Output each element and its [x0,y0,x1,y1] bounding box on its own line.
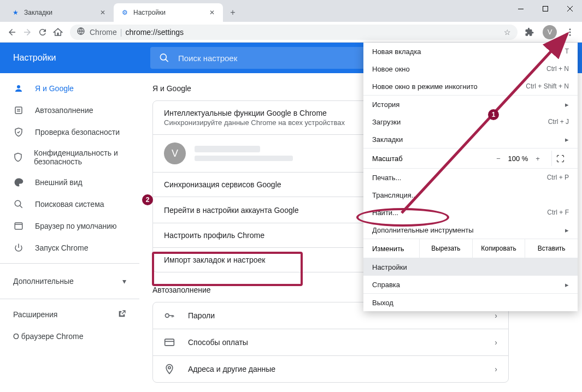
sidebar-item-appearance[interactable]: Внешний вид [0,171,139,193]
person-icon [13,84,24,93]
forward-button[interactable] [20,25,35,40]
menu-help[interactable]: Справка ▸ [363,276,578,293]
menu-downloads[interactable]: Загрузки Ctrl + J [363,113,578,130]
tab-bookmarks[interactable]: ★ Закладки ✕ [4,3,114,22]
menu-copy[interactable]: Копировать [472,239,525,258]
card-autofill: Пароли › Способы оплаты › Адреса и други… [152,302,509,383]
advanced-label: Дополнительные [13,277,74,286]
sidebar-label: Проверка безопасности [35,128,120,136]
tab-settings[interactable]: ⚙ Настройки ✕ [114,3,223,22]
settings-sidebar: Настройки Я и Google Автозаполнение Пров… [0,43,139,392]
svg-rect-0 [518,9,524,9]
reload-button[interactable] [35,25,50,40]
new-tab-button[interactable]: + [225,5,240,20]
external-link-icon [117,310,126,320]
home-button[interactable] [50,25,66,40]
row-text: Пароли [188,311,215,320]
chrome-menu-popup: Новая вкладка T Новое окно Ctrl + N Ново… [363,43,578,311]
svg-rect-1 [543,7,548,11]
settings-favicon-icon: ⚙ [120,8,129,17]
menu-bookmarks[interactable]: Закладки ▸ [363,130,578,148]
menu-new-tab[interactable]: Новая вкладка T [363,43,578,60]
sidebar-item-safety[interactable]: Проверка безопасности [0,121,139,143]
menu-exit[interactable]: Выход [363,294,578,311]
menu-print[interactable]: Печать... Ctrl + P [363,169,578,186]
chevron-right-icon: › [495,338,497,347]
location-icon [164,364,175,375]
maximize-button[interactable] [533,0,557,17]
profile-avatar[interactable]: V [543,25,557,39]
search-icon [13,199,24,209]
back-button[interactable] [4,25,20,40]
zoom-in-button[interactable]: + [530,155,546,163]
zoom-value: 100 % [507,155,530,163]
row-text: Перейти в настройки аккаунта Google [164,206,299,215]
sidebar-item-default-browser[interactable]: Браузер по умолчанию [0,215,139,237]
chevron-right-icon: ▸ [565,135,569,144]
bookmark-favicon-icon: ★ [11,8,20,17]
browser-toolbar: Chrome | chrome://settings ☆ V [0,22,582,43]
sidebar-item-startup[interactable]: Запуск Chrome [0,237,139,259]
chevron-right-icon: ▸ [565,281,569,289]
profile-name-redacted [195,146,260,152]
url-text: chrome://settings [125,28,184,37]
chevron-right-icon: › [495,311,497,320]
svg-point-13 [168,366,171,369]
row-text: Способы оплаты [188,338,248,347]
tab-close-icon[interactable]: ✕ [208,8,216,17]
annotation-badge-1: 1 [488,109,499,120]
fullscreen-button[interactable]: ⛶ [551,151,569,166]
shield-icon [13,152,23,162]
menu-new-window[interactable]: Новое окно Ctrl + N [363,60,578,78]
site-info-icon[interactable] [77,27,85,37]
palette-icon [13,177,24,187]
menu-settings[interactable]: Настройки [363,258,578,276]
sidebar-advanced[interactable]: Дополнительные ▾ [0,268,139,294]
sidebar-label: Запуск Chrome [35,243,88,252]
chrome-menu-button[interactable] [562,25,578,40]
sidebar-item-autofill[interactable]: Автозаполнение [0,99,139,121]
menu-edit-row: Изменить Вырезать Копировать Вставить [363,239,578,258]
sidebar-extensions[interactable]: Расширения [0,304,139,325]
close-button[interactable] [557,0,582,17]
browser-icon [13,221,24,231]
menu-find[interactable]: Найти... Ctrl + F [363,204,578,221]
card-row-payment[interactable]: Способы оплаты › [153,329,508,355]
svg-point-8 [15,200,21,206]
profile-email-redacted [195,156,293,161]
autofill-icon [13,105,24,115]
sidebar-label: Браузер по умолчанию [35,222,117,230]
extensions-icon[interactable] [522,25,537,40]
sidebar-item-search[interactable]: Поисковая система [0,193,139,215]
url-protocol: Chrome [90,28,117,37]
sidebar-item-privacy[interactable]: Конфиденциальность и безопасность [0,143,139,171]
row-text: Импорт закладок и настроек [164,256,265,264]
address-bar[interactable]: Chrome | chrome://settings ☆ [70,25,518,40]
menu-more-tools[interactable]: Дополнительные инструменты ▸ [363,221,578,239]
tab-close-icon[interactable]: ✕ [98,8,107,17]
shield-check-icon [13,127,24,137]
settings-header: Настройки [0,43,139,73]
minimize-button[interactable] [508,0,533,17]
sidebar-item-you-and-google[interactable]: Я и Google [0,78,139,99]
sidebar-label: Конфиденциальность и безопасность [34,149,126,166]
sidebar-about[interactable]: О браузере Chrome [0,325,139,347]
zoom-out-button[interactable]: − [490,155,507,163]
menu-cast[interactable]: Трансляция... [363,186,578,204]
menu-incognito[interactable]: Новое окно в режиме инкогнито Ctrl + Shi… [363,78,578,95]
annotation-badge-2: 2 [142,194,153,205]
svg-rect-12 [165,339,174,346]
card-row-addresses[interactable]: Адреса и другие данные › [153,355,508,382]
menu-history[interactable]: История ▸ [363,96,578,113]
menu-zoom-row: Масштаб − 100 % + ⛶ [363,149,578,168]
menu-paste[interactable]: Вставить [525,239,578,258]
sidebar-label: Поисковая система [35,200,104,209]
svg-point-11 [166,314,169,318]
credit-card-icon [164,337,175,348]
row-text: Адреса и другие данные [188,365,275,373]
sidebar-label: Я и Google [35,84,74,93]
search-icon [159,52,169,63]
menu-cut[interactable]: Вырезать [419,239,472,258]
tab-strip: ★ Закладки ✕ ⚙ Настройки ✕ + [0,0,582,22]
bookmark-star-icon[interactable]: ☆ [504,28,511,37]
